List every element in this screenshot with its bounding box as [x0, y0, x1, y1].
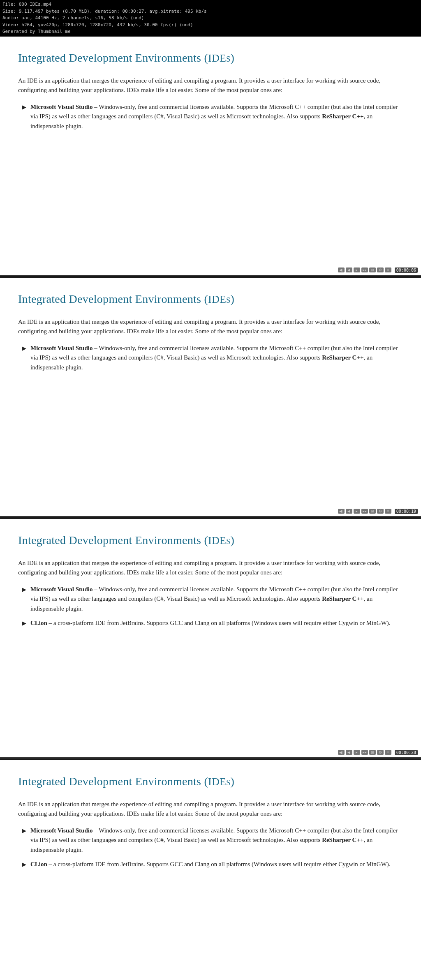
bullet-arrow-icon: ▶: [22, 619, 26, 627]
bullet-arrow-icon: ▶: [22, 344, 26, 353]
nav-icon[interactable]: ▸: [354, 750, 360, 755]
slide-1-controls: ◀|◀▸▸▸⊞⚙≡00:00:06: [338, 267, 418, 273]
nav-icon[interactable]: ▸: [354, 509, 360, 514]
nav4-icon[interactable]: ⚙: [377, 509, 384, 514]
nav2-icon[interactable]: ▸▸: [361, 267, 368, 272]
settings-icon[interactable]: ≡: [385, 267, 391, 272]
prev-icon[interactable]: ◀: [346, 750, 352, 755]
slide-1-title: Integrated Development Environments (IDE…: [18, 51, 403, 65]
video-audio-line: Audio: aac, 44100 Hz, 2 channels, s16, 5…: [2, 15, 419, 22]
slide-3-intro: An IDE is an application that merges the…: [18, 558, 403, 578]
video-video-line: Video: h264, yuv420p, 1280x720, 1280x720…: [2, 22, 419, 29]
slide-3-controls: ◀|◀▸▸▸⊞⚙≡00:00:28: [338, 750, 418, 755]
slide-2: Integrated Development Environments (IDE…: [0, 278, 421, 517]
nav-icon[interactable]: ▸: [354, 267, 360, 272]
bullet-arrow-icon: ▶: [22, 586, 26, 594]
nav3-icon[interactable]: ⊞: [369, 267, 376, 272]
nav4-icon[interactable]: ⚙: [377, 267, 384, 272]
slide-3-bullet-1: ▶Microsoft Visual Studio – Windows-only,…: [22, 585, 403, 613]
slide-1-intro: An IDE is an application that merges the…: [18, 76, 403, 95]
slide-3-title: Integrated Development Environments (IDE…: [18, 534, 403, 547]
nav4-icon[interactable]: ⚙: [377, 750, 384, 755]
bullet-arrow-icon: ▶: [22, 860, 26, 869]
settings-icon[interactable]: ≡: [385, 750, 391, 755]
slide-2-bullet-1: ▶Microsoft Visual Studio – Windows-only,…: [22, 344, 403, 372]
video-file-line: File: 000 IDEs.mp4: [2, 1, 419, 8]
slide-3-timestamp: 00:00:28: [395, 750, 418, 755]
video-info-bar: File: 000 IDEs.mp4 Size: 9,117,497 bytes…: [0, 0, 421, 37]
slide-3-bullet-list: ▶Microsoft Visual Studio – Windows-only,…: [18, 585, 403, 628]
slide-2-timestamp: 00:00:19: [395, 509, 418, 514]
slide-3: Integrated Development Environments (IDE…: [0, 519, 421, 759]
bullet-arrow-icon: ▶: [22, 103, 26, 111]
slide-2-bullet-list: ▶Microsoft Visual Studio – Windows-only,…: [18, 344, 403, 372]
slide-3-bullet-2: ▶CLion – a cross-platform IDE from JetBr…: [22, 618, 403, 628]
slide-separator-1: [0, 275, 421, 276]
slide-separator-3: [0, 757, 421, 759]
video-generated-line: Generated by Thumbnail me: [2, 28, 419, 35]
slide-2-title: Integrated Development Environments (IDE…: [18, 293, 403, 306]
slide-4-bullet-1: ▶Microsoft Visual Studio – Windows-only,…: [22, 826, 403, 855]
slide-2-intro: An IDE is an application that merges the…: [18, 317, 403, 337]
nav2-icon[interactable]: ▸▸: [361, 750, 368, 755]
slide-4-title: Integrated Development Environments (IDE…: [18, 775, 403, 788]
settings-icon[interactable]: ≡: [385, 509, 391, 514]
bullet-arrow-icon: ▶: [22, 827, 26, 835]
nav3-icon[interactable]: ⊞: [369, 509, 376, 514]
slide-separator-2: [0, 516, 421, 517]
prev-icon[interactable]: ◀: [346, 509, 352, 514]
prev-icon[interactable]: ◀: [346, 267, 352, 272]
slide-1-bullet-1: ▶Microsoft Visual Studio – Windows-only,…: [22, 102, 403, 131]
slide-1-bullet-list: ▶Microsoft Visual Studio – Windows-only,…: [18, 102, 403, 131]
slide-4-bullet-list: ▶Microsoft Visual Studio – Windows-only,…: [18, 826, 403, 869]
slide-1: Integrated Development Environments (IDE…: [0, 37, 421, 276]
slide-2-controls: ◀|◀▸▸▸⊞⚙≡00:00:19: [338, 509, 418, 514]
slide-1-timestamp: 00:00:06: [395, 267, 418, 273]
nav3-icon[interactable]: ⊞: [369, 750, 376, 755]
video-size-line: Size: 9,117,497 bytes (8.70 MiB), durati…: [2, 8, 419, 15]
rewind-back-icon[interactable]: ◀|: [338, 750, 345, 755]
nav2-icon[interactable]: ▸▸: [361, 509, 368, 514]
rewind-back-icon[interactable]: ◀|: [338, 267, 345, 272]
slide-4: Integrated Development Environments (IDE…: [0, 760, 421, 980]
slide-4-intro: An IDE is an application that merges the…: [18, 800, 403, 819]
slide-4-bullet-2: ▶CLion – a cross-platform IDE from JetBr…: [22, 860, 403, 869]
rewind-back-icon[interactable]: ◀|: [338, 509, 345, 514]
